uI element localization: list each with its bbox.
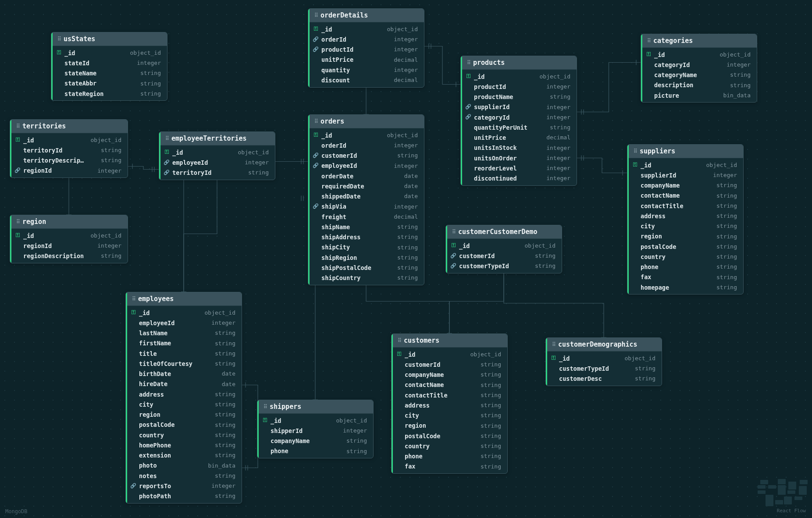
table-header[interactable]: ⠿ orders	[308, 115, 424, 128]
table-row: stateAbbr string	[51, 78, 167, 89]
table-header[interactable]: ⠿ customers	[392, 334, 507, 348]
key-icon: ⚿	[14, 136, 21, 144]
field-name: stateAbbr	[64, 79, 96, 88]
field-type: string	[210, 329, 235, 337]
field-type: object_id	[716, 50, 751, 59]
field-type: string	[244, 168, 269, 177]
table-title: customerCustomerDemo	[458, 228, 538, 236]
field-name: _id	[172, 148, 183, 157]
table-employees[interactable]: ⠿ employees ⚿_id object_id employeeId in…	[125, 292, 242, 504]
table-categories[interactable]: ⠿ categories ⚿_id object_id categoryId i…	[641, 34, 757, 103]
field-type: string	[210, 390, 235, 399]
link-icon: 🔗	[313, 36, 319, 43]
table-suppliers[interactable]: ⠿ suppliers ⚿_id object_id supplierId in…	[627, 144, 744, 294]
table-row: stateId integer	[51, 58, 167, 68]
table-row: categoryId integer	[641, 60, 757, 70]
table-row: lastName string	[126, 328, 242, 338]
table-row: regionDescription string	[10, 251, 128, 261]
field-name: unitsOnOrder	[474, 154, 517, 163]
drag-handle-icon: ⠿	[314, 12, 318, 18]
field-name: categoryName	[654, 71, 697, 79]
table-header[interactable]: ⠿ orderDetails	[308, 9, 424, 22]
table-row: photoPath string	[126, 491, 242, 501]
table-row: freight decimal	[308, 212, 424, 222]
table-products[interactable]: ⠿ products ⚿_id object_id productId inte…	[460, 56, 577, 186]
field-type: string	[393, 233, 418, 241]
diagram-canvas[interactable]: ⠿ usStates ⚿_id object_id stateId intege…	[0, 0, 812, 518]
table-row: quantityPerUnit string	[461, 122, 577, 132]
field-name: supplierId	[641, 171, 676, 180]
table-header[interactable]: ⠿ customerCustomerDemo	[446, 225, 562, 239]
field-type: date	[400, 172, 418, 181]
field-name: reportsTo	[139, 482, 171, 490]
field-type: string	[476, 422, 501, 430]
table-title: employeeTerritories	[171, 135, 247, 142]
field-type: integer	[542, 82, 570, 91]
link-icon: 🔗	[465, 114, 471, 121]
table-orders[interactable]: ⠿ orders ⚿_id object_id orderId integer …	[308, 114, 424, 285]
table-header[interactable]: ⠿ suppliers	[627, 145, 743, 158]
field-type: integer	[542, 154, 570, 163]
field-name: productId	[321, 45, 353, 54]
table-header[interactable]: ⠿ employeeTerritories	[159, 132, 275, 145]
field-name: shipCity	[321, 243, 350, 252]
table-orderDetails[interactable]: ⠿ orderDetails ⚿_id object_id 🔗orderId i…	[308, 8, 424, 88]
table-header[interactable]: ⠿ territories	[10, 120, 128, 133]
field-name: customerDesc	[559, 374, 602, 383]
field-name: _id	[271, 416, 281, 425]
field-type: string	[712, 273, 737, 282]
table-header[interactable]: ⠿ shippers	[257, 400, 373, 414]
table-header[interactable]: ⠿ products	[461, 56, 577, 70]
field-type: string	[96, 252, 121, 260]
table-header[interactable]: ⠿ region	[10, 215, 128, 229]
table-row: 🔗customerId string	[446, 251, 562, 261]
field-type: string	[712, 222, 737, 231]
table-usStates[interactable]: ⠿ usStates ⚿_id object_id stateId intege…	[51, 32, 167, 101]
field-type: string	[476, 452, 501, 461]
field-name: firstName	[139, 339, 171, 348]
field-type: string	[393, 223, 418, 231]
table-row: unitPrice decimal	[308, 55, 424, 65]
table-row: 🔗employeeId integer	[159, 157, 275, 167]
key-icon: ⚿	[645, 51, 652, 58]
field-name: contactName	[641, 191, 680, 200]
field-name: title	[139, 349, 157, 358]
table-header[interactable]: ⠿ customerDemographics	[546, 338, 662, 351]
key-icon: ⚿	[396, 351, 402, 358]
table-row: region string	[627, 231, 743, 241]
table-header[interactable]: ⠿ employees	[126, 292, 242, 306]
table-row: city string	[126, 399, 242, 409]
table-row: contactName string	[392, 380, 507, 390]
table-customers[interactable]: ⠿ customers ⚿_id object_id customerId st…	[391, 334, 508, 474]
field-name: phone	[271, 447, 288, 455]
field-name: extension	[139, 451, 171, 460]
table-header[interactable]: ⠿ usStates	[51, 32, 167, 46]
table-employeeTerritories[interactable]: ⠿ employeeTerritories ⚿_id object_id 🔗em…	[159, 131, 275, 180]
field-name: customerId	[459, 252, 495, 260]
table-customerDemographics[interactable]: ⠿ customerDemographics ⚿_id object_id cu…	[545, 337, 662, 386]
field-type: string	[210, 339, 235, 348]
field-name: categoryId	[474, 113, 509, 122]
table-header[interactable]: ⠿ categories	[641, 34, 757, 48]
field-name: stateName	[64, 69, 96, 78]
field-type: string	[712, 232, 737, 241]
field-type: object_id	[200, 309, 235, 317]
table-row: customerDesc string	[546, 374, 662, 384]
table-region[interactable]: ⠿ region ⚿_id object_id regionId integer…	[10, 215, 128, 263]
field-type: string	[342, 436, 367, 445]
table-territories[interactable]: ⠿ territories ⚿_id object_id territoryId…	[10, 119, 128, 178]
table-customerCustomerDemo[interactable]: ⠿ customerCustomerDemo ⚿_id object_id 🔗c…	[445, 225, 562, 273]
table-row: territoryDescrip… string	[10, 156, 128, 166]
field-name: contactTitle	[641, 202, 684, 210]
field-type: object_id	[535, 72, 570, 81]
table-row: ⚿_id object_id	[392, 349, 507, 359]
table-row: phone string	[392, 451, 507, 461]
field-name: shippedDate	[321, 192, 360, 201]
field-type: integer	[93, 167, 121, 175]
field-type: string	[712, 242, 737, 251]
field-type: string	[476, 401, 501, 410]
table-row: unitPrice decimal	[461, 133, 577, 143]
table-row: ⚿_id object_id	[546, 353, 662, 363]
field-name: regionId	[23, 166, 52, 175]
table-shippers[interactable]: ⠿ shippers ⚿_id object_id shipperId inte…	[257, 400, 374, 458]
